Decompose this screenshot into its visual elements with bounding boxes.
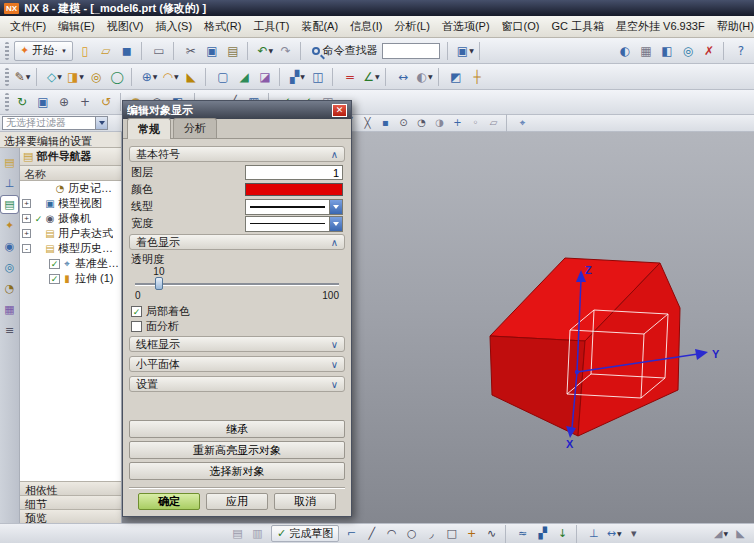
combo-arrow-button[interactable] <box>95 117 107 129</box>
more-sketch-tools-button[interactable]: ▾ <box>625 525 643 542</box>
face-analysis-checkbox[interactable] <box>131 321 142 332</box>
partial-shading-checkbox[interactable]: ✓ <box>131 306 142 317</box>
cue-line-icon[interactable]: ▤ <box>229 525 247 542</box>
tree-expander[interactable]: + <box>22 199 31 208</box>
midpoint-snap-button[interactable]: ╳ <box>360 116 376 131</box>
intersection-snap-button[interactable]: ⊙ <box>396 116 412 131</box>
type-filter-combo[interactable]: 无选择过滤器 <box>2 116 108 130</box>
cut-button[interactable]: ✂ <box>182 42 201 60</box>
rehighlight-button[interactable]: 重新高亮显示对象 <box>129 441 345 459</box>
undo-button[interactable]: ↶▼ <box>256 42 275 60</box>
zoom-button[interactable]: ⊕ <box>55 93 74 111</box>
menu-item[interactable]: 信息(I) <box>344 16 388 37</box>
tree-checkbox[interactable]: ✓ <box>49 259 60 269</box>
pattern-curve-button[interactable]: ▞ <box>534 525 552 542</box>
constraint-navigator-icon[interactable]: ⊥ <box>1 175 18 192</box>
width-dropdown[interactable] <box>245 216 343 232</box>
selection-options-button[interactable]: ◣ <box>732 525 750 542</box>
group-wireframe-display[interactable]: 线框显示 ∨ <box>129 336 345 352</box>
reuse-library-icon[interactable]: ✦ <box>1 217 18 234</box>
tree-item-model-history[interactable]: - ▤ 模型历史记录 <box>20 241 121 256</box>
toolbar-grip[interactable] <box>5 93 9 111</box>
display-appearance-button[interactable]: ◐ <box>616 42 635 60</box>
refresh-button[interactable]: ↻ <box>13 93 32 111</box>
cancel-button[interactable]: 取消 <box>274 493 336 510</box>
tree-item-model-views[interactable]: + ▣ 模型视图 <box>20 196 121 211</box>
wcs-dynamics-button[interactable]: ┼ <box>468 68 487 86</box>
menu-item[interactable]: 窗口(O) <box>496 16 546 37</box>
geometric-constraints-button[interactable]: ⊥ <box>585 525 603 542</box>
tree-item-user-expressions[interactable]: + ▤ 用户表达式 <box>20 226 121 241</box>
assembly-navigator-icon[interactable]: ▤ <box>1 154 18 171</box>
line-button[interactable]: ╱ <box>363 525 381 542</box>
tab-analysis[interactable]: 分析 <box>173 118 217 138</box>
pan-button[interactable]: + <box>76 93 95 111</box>
layer-settings-button[interactable]: ▦ <box>637 42 656 60</box>
show-hide-object-button[interactable]: ◐▼ <box>415 68 434 86</box>
trim-body-button[interactable]: ◪ <box>256 68 275 86</box>
history-palette-icon[interactable]: ◔ <box>1 280 18 297</box>
section-view-button[interactable]: ◩ <box>447 68 466 86</box>
new-button[interactable]: ▯ <box>76 42 95 60</box>
quadrant-snap-button[interactable]: ◑ <box>432 116 448 131</box>
toolbar-grip[interactable] <box>5 42 9 60</box>
extrude-button[interactable]: ◨▼ <box>66 68 85 86</box>
transparency-thumb[interactable] <box>155 277 163 290</box>
save-button[interactable]: ◼ <box>118 42 137 60</box>
status-line-icon[interactable]: ▥ <box>249 525 267 542</box>
transparency-slider[interactable] <box>135 277 339 290</box>
menu-item[interactable]: 星空外挂 V6.933F <box>610 16 711 37</box>
roles-icon[interactable]: ≡ <box>1 322 18 339</box>
control-point-snap-button[interactable]: ▪ <box>378 116 394 131</box>
color-swatch[interactable] <box>245 183 343 196</box>
hole-button[interactable]: ◯ <box>108 68 127 86</box>
point-on-face-snap-button[interactable]: ▱ <box>486 116 502 131</box>
print-button[interactable]: ▭ <box>150 42 169 60</box>
menu-item[interactable]: 编辑(E) <box>52 16 101 37</box>
existing-point-snap-button[interactable]: + <box>450 116 466 131</box>
system-materials-icon[interactable]: ▦ <box>1 301 18 318</box>
tree-item-datum-csys[interactable]: ✓ ⌖ 基准坐标系 <box>20 256 121 271</box>
section-details[interactable]: 细节 <box>20 495 121 509</box>
menu-item[interactable]: 分析(L) <box>388 16 435 37</box>
toolbar-grip[interactable] <box>5 68 9 86</box>
tree-expander[interactable] <box>38 259 47 268</box>
help-topics-button[interactable]: ? <box>732 42 751 60</box>
menu-item[interactable]: 帮助(H) <box>711 16 754 37</box>
section-dependencies[interactable]: 相依性 <box>20 481 121 495</box>
tree-checkbox[interactable]: ✓ <box>33 214 44 224</box>
ok-button[interactable]: 确定 <box>138 493 200 510</box>
hd3d-tools-icon[interactable]: ◉ <box>1 238 18 255</box>
redo-button[interactable]: ↷ <box>277 42 296 60</box>
close-icon[interactable]: ✕ <box>332 104 347 117</box>
tree-expander[interactable] <box>32 184 41 193</box>
menu-item[interactable]: GC 工具箱 <box>545 16 610 37</box>
open-button[interactable]: ▱ <box>97 42 116 60</box>
command-finder-input[interactable] <box>382 43 440 59</box>
menu-item[interactable]: 视图(V) <box>101 16 150 37</box>
menu-item[interactable]: 装配(A) <box>295 16 344 37</box>
tab-general[interactable]: 常规 <box>127 118 171 139</box>
studio-spline-button[interactable]: ∿ <box>483 525 501 542</box>
dialog-title-bar[interactable]: 编辑对象显示 ✕ <box>123 101 351 119</box>
sketch-button[interactable]: ✎▼ <box>13 68 32 86</box>
name-column-header[interactable]: 名称 <box>20 166 121 181</box>
measure-distance-button[interactable]: ∠▼ <box>362 68 381 86</box>
tree-expander[interactable]: + <box>22 229 31 238</box>
group-basic-symbols[interactable]: 基本符号 ∧ <box>129 146 345 162</box>
shell-button[interactable]: ▢ <box>214 68 233 86</box>
group-shaded-display[interactable]: 着色显示 ∧ <box>129 234 345 250</box>
revolve-button[interactable]: ◎ <box>87 68 106 86</box>
part-navigator-icon[interactable]: ▤ <box>1 196 18 213</box>
expression-button[interactable]: = <box>341 68 360 86</box>
menu-item[interactable]: 插入(S) <box>149 16 198 37</box>
fillet-button[interactable]: ◞ <box>423 525 441 542</box>
window-button[interactable]: ▣▼ <box>456 42 475 60</box>
offset-curve-button[interactable]: ≈ <box>514 525 532 542</box>
show-hide-button[interactable]: ◎ <box>679 42 698 60</box>
point-on-curve-snap-button[interactable]: ◦ <box>468 116 484 131</box>
pattern-feature-button[interactable]: ▞▼ <box>288 68 307 86</box>
copy-button[interactable]: ▣ <box>203 42 222 60</box>
tree-item-cameras[interactable]: + ✓ ◉ 摄像机 <box>20 211 121 226</box>
paste-button[interactable]: ▤ <box>224 42 243 60</box>
